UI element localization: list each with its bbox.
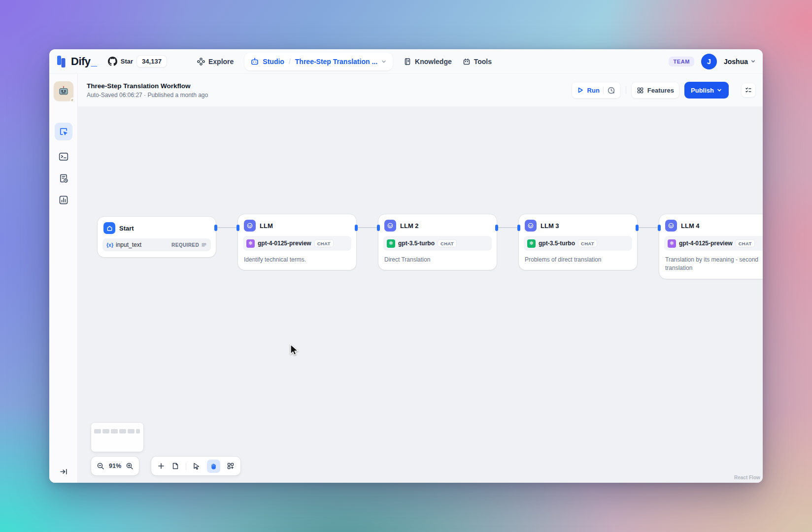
source-handle[interactable] [214,225,217,231]
github-star-count[interactable]: 34,137 [136,55,167,67]
add-note-button[interactable] [171,462,179,470]
openai-icon: ✻ [387,239,395,248]
llm-brain-icon [527,222,534,229]
source-handle[interactable] [355,225,358,231]
studio-breadcrumb-pill: Studio / Three-Step Translation ... [244,53,393,70]
top-header: Dify_ Star 34,137 Explore [49,49,763,74]
nav-tools[interactable]: Tools [463,58,492,66]
workflow-canvas[interactable]: Start {x} input_text REQUIRED [78,106,763,483]
edge-llm2-llm3 [497,227,519,228]
openai-icon: ✻ [527,239,536,248]
zoom-controls: 91% [91,457,139,475]
chevron-down-icon[interactable] [381,59,387,65]
logo-cursor: _ [91,55,97,67]
checklist-button[interactable] [741,83,756,98]
minimap[interactable] [91,423,143,452]
pointer-icon [193,462,201,470]
explore-icon [197,58,205,66]
terminal-icon [58,151,69,162]
nav-knowledge-label: Knowledge [415,58,452,66]
publish-button[interactable]: Publish [684,82,729,99]
minimap-node [136,429,140,433]
github-star-widget[interactable]: Star 34,137 [108,55,167,67]
header-nav: Explore Studio / Three-Step Translation … [197,49,492,74]
target-handle[interactable] [658,225,661,231]
zoom-out-icon [97,462,104,470]
workflow-status: Auto-Saved 06:06:27 · Published a month … [87,92,208,99]
features-grid-icon [637,87,644,94]
logo-text: Dify [71,55,91,67]
minimap-node [111,429,118,433]
target-handle[interactable] [517,225,520,231]
target-handle[interactable] [237,225,239,231]
minimap-node [128,429,135,433]
mouse-cursor [290,344,299,357]
app-avatar[interactable]: z [54,81,73,101]
start-variable-row[interactable]: {x} input_text REQUIRED [102,238,211,251]
nav-studio-label[interactable]: Studio [263,58,284,66]
sidebar-item-orchestrate[interactable] [55,123,72,140]
pointer-mode-button[interactable] [193,462,201,470]
sidebar-item-api[interactable] [58,151,69,162]
run-history-icon[interactable] [607,86,615,95]
paragraph-lines-icon [201,242,207,248]
node-llm4[interactable]: LLM 4 ✻ gpt-4-0125-preview CHAT Translat… [659,214,763,279]
app-breadcrumb[interactable]: Three-Step Translation ... [295,58,377,66]
chat-badge: CHAT [438,239,457,247]
nav-knowledge[interactable]: Knowledge [404,58,452,66]
llm-node-icon [665,220,677,232]
tools-icon [463,58,471,66]
model-row[interactable]: ✻ gpt-4-0125-preview CHAT [243,236,351,251]
node-start[interactable]: Start {x} input_text REQUIRED [98,217,216,257]
nav-explore[interactable]: Explore [197,58,234,66]
zoom-in-button[interactable] [126,462,134,470]
node-description: Direct Translation [378,251,497,270]
react-flow-attribution: React Flow [734,475,760,480]
nav-tools-label: Tools [474,58,492,66]
canvas-toolbar [151,457,240,475]
app-window: Dify_ Star 34,137 Explore [49,49,763,483]
model-row[interactable]: ✻ gpt-3.5-turbo CHAT [524,236,632,251]
chat-badge: CHAT [314,239,334,247]
zoom-level: 91% [109,463,121,469]
add-node-button[interactable] [157,462,165,470]
node-llm2[interactable]: LLM 2 ✻ gpt-3.5-turbo CHAT Direct Transl… [378,214,497,270]
target-handle[interactable] [377,225,380,231]
workflow-toolbar: Three-Step Translation Workflow Auto-Sav… [78,74,763,106]
node-llm[interactable]: LLM ✻ gpt-4-0125-preview CHAT Identify t… [238,214,356,270]
workflow-icon [59,127,68,136]
avatar[interactable]: J [701,54,717,69]
variable-icon: {x} [106,242,113,248]
sidebar-collapse-button[interactable] [59,467,68,476]
nav-explore-label: Explore [208,58,234,66]
llm-brain-icon [668,222,675,229]
edge-llm3-llm4 [637,227,659,228]
zoom-out-button[interactable] [97,462,104,470]
minimap-node [102,429,109,433]
bar-chart-icon [58,195,69,205]
left-sidebar: z [49,74,78,483]
hand-mode-button[interactable] [207,460,220,473]
robot-emoji-icon [57,85,70,98]
user-menu[interactable]: Joshua [724,58,756,66]
llm-node-icon [384,220,396,232]
source-handle[interactable] [636,225,639,231]
node-llm3[interactable]: LLM 3 ✻ gpt-3.5-turbo CHAT Problems of d… [519,214,637,270]
chevron-down-icon [750,59,756,64]
source-handle[interactable] [495,225,498,231]
zoom-in-icon [126,462,134,470]
run-button[interactable]: Run [572,82,621,99]
node-description: Identify technical terms. [238,251,356,270]
github-star-label: Star [121,58,133,65]
organize-nodes-button[interactable] [227,462,235,470]
model-row[interactable]: ✻ gpt-4-0125-preview CHAT [664,236,763,251]
chat-badge: CHAT [736,239,755,247]
breadcrumb-separator: / [289,58,291,66]
sidebar-item-monitoring[interactable] [58,195,69,205]
sidebar-item-logs[interactable] [58,173,69,184]
llm-node-icon [244,220,256,232]
features-button[interactable]: Features [631,82,679,99]
openai-icon: ✻ [246,239,255,248]
dify-logo[interactable]: Dify_ [56,55,97,68]
model-row[interactable]: ✻ gpt-3.5-turbo CHAT [383,236,492,251]
